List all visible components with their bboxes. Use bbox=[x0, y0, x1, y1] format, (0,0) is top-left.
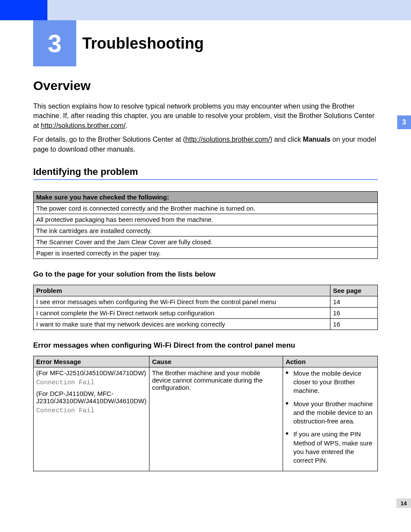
text: ) and click bbox=[270, 136, 303, 143]
page-number: 14 bbox=[396, 498, 411, 508]
col-header-action: Action bbox=[283, 356, 377, 367]
chapter-header: 3 Troubleshooting bbox=[33, 20, 204, 66]
overview-paragraph-2: For details, go to the Brother Solutions… bbox=[33, 135, 378, 154]
error-code: Connection Fail bbox=[36, 379, 146, 386]
manuals-bold: Manuals bbox=[303, 136, 330, 143]
error-message-table: Error Message Cause Action (For MFC-J251… bbox=[33, 356, 378, 472]
action-item: Move the mobile device closer to your Br… bbox=[286, 369, 375, 395]
text: . bbox=[125, 122, 127, 129]
overview-paragraph-1: This section explains how to resolve typ… bbox=[33, 102, 378, 131]
model-group: (For MFC-J2510/J4510DW/J4710DW) bbox=[36, 369, 146, 376]
page-cell[interactable]: 16 bbox=[330, 307, 378, 318]
section-heading-overview: Overview bbox=[33, 78, 378, 93]
checklist-item: The ink cartridges are installed correct… bbox=[34, 225, 378, 236]
action-item: Move your Brother machine and the mobile… bbox=[286, 400, 375, 426]
problem-cell: I see error messages when configuring th… bbox=[34, 296, 330, 307]
error-code: Connection Fail bbox=[36, 407, 146, 414]
model-group: (For DCP-J4110DW, MFC-J2310/J4310DW/J441… bbox=[36, 390, 146, 404]
top-color-band bbox=[0, 0, 411, 20]
checklist-item: The power cord is connected correctly an… bbox=[34, 202, 378, 214]
problem-cell: I cannot complete the Wi-Fi Direct netwo… bbox=[34, 307, 330, 318]
action-cell: Move the mobile device closer to your Br… bbox=[283, 367, 377, 471]
col-header-seepage: See page bbox=[330, 285, 378, 296]
blue-divider bbox=[33, 179, 378, 180]
checklist-header: Make sure you have checked the following… bbox=[34, 191, 378, 202]
col-header-cause: Cause bbox=[149, 356, 283, 367]
col-header-problem: Problem bbox=[34, 285, 330, 296]
page-cell[interactable]: 14 bbox=[330, 296, 378, 307]
link-solutions-center[interactable]: http://solutions.brother.com/ bbox=[185, 136, 270, 143]
subsubheading-errormsgs: Error messages when configuring Wi-Fi Di… bbox=[33, 341, 378, 350]
col-header-error: Error Message bbox=[34, 356, 149, 367]
subsubheading-golist: Go to the page for your solution from th… bbox=[33, 270, 378, 279]
side-chapter-tab: 3 bbox=[397, 115, 411, 129]
action-item: If you are using the PIN Method of WPS, … bbox=[286, 430, 375, 465]
chapter-number-box: 3 bbox=[33, 20, 76, 66]
checklist-item: The Scanner Cover and the Jam Clear Cove… bbox=[34, 236, 378, 247]
text: For details, go to the Brother Solutions… bbox=[33, 136, 185, 143]
checklist-table: Make sure you have checked the following… bbox=[33, 191, 378, 259]
checklist-item: All protective packaging has been remove… bbox=[34, 214, 378, 225]
cause-cell: The Brother machine and your mobile devi… bbox=[149, 367, 283, 471]
link-solutions-center[interactable]: http://solutions.brother.com/ bbox=[41, 122, 126, 129]
checklist-item: Paper is inserted correctly in the paper… bbox=[34, 247, 378, 258]
subheading-identifying: Identifying the problem bbox=[33, 166, 378, 177]
page-cell[interactable]: 16 bbox=[330, 318, 378, 330]
problem-cell: I want to make sure that my network devi… bbox=[34, 318, 330, 330]
problem-page-table: Problem See page I see error messages wh… bbox=[33, 285, 378, 330]
chapter-title: Troubleshooting bbox=[76, 20, 204, 66]
error-message-cell: (For MFC-J2510/J4510DW/J4710DW) Connecti… bbox=[34, 367, 149, 471]
